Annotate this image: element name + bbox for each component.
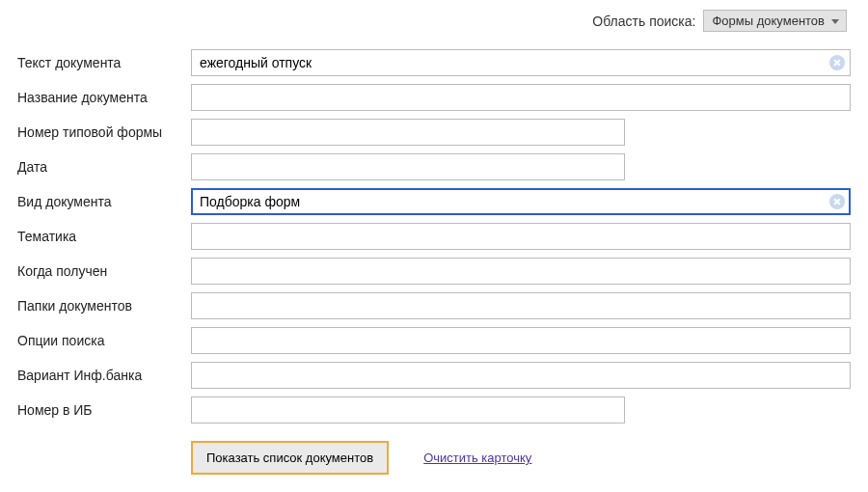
label-topic: Тематика (17, 229, 191, 244)
input-bank-variant[interactable] (191, 362, 851, 389)
clear-card-link[interactable]: Очистить карточку (423, 451, 531, 465)
label-form-number: Номер типовой формы (17, 124, 191, 140)
label-document-name: Название документа (17, 90, 191, 105)
field-wrap-document-name (191, 84, 851, 111)
top-bar: Область поиска: Формы документов (17, 10, 851, 32)
field-wrap-document-text (191, 49, 851, 76)
search-scope-select[interactable]: Формы документов (703, 10, 847, 32)
label-ib-number: Номер в ИБ (17, 402, 191, 418)
input-form-number[interactable] (191, 119, 625, 146)
input-document-text[interactable] (191, 49, 851, 76)
input-document-name[interactable] (191, 84, 851, 111)
label-search-options: Опции поиска (17, 333, 191, 348)
actions-bar: Показать список документов Очистить карт… (191, 441, 851, 475)
label-received: Когда получен (17, 263, 191, 279)
field-wrap-bank-variant (191, 362, 851, 389)
input-document-type[interactable] (191, 188, 851, 215)
clear-icon[interactable] (829, 194, 845, 209)
label-bank-variant: Вариант Инф.банка (17, 368, 191, 383)
label-date: Дата (17, 159, 191, 175)
clear-icon[interactable] (829, 55, 845, 70)
row-document-name: Название документа (17, 84, 851, 111)
label-folders: Папки документов (17, 298, 191, 314)
input-topic[interactable] (191, 223, 851, 250)
row-document-text: Текст документа (17, 49, 851, 76)
label-document-type: Вид документа (17, 194, 191, 209)
field-wrap-document-type (191, 188, 851, 215)
row-bank-variant: Вариант Инф.банка (17, 362, 851, 389)
field-wrap-date (191, 153, 625, 180)
search-scope-label: Область поиска: (592, 14, 695, 29)
row-search-options: Опции поиска (17, 327, 851, 354)
field-wrap-folders (191, 292, 851, 319)
field-wrap-received (191, 258, 851, 285)
input-folders[interactable] (191, 292, 851, 319)
field-wrap-form-number (191, 119, 625, 146)
field-wrap-topic (191, 223, 851, 250)
input-search-options[interactable] (191, 327, 851, 354)
row-received: Когда получен (17, 258, 851, 285)
search-scope-value: Формы документов (712, 14, 825, 28)
row-topic: Тематика (17, 223, 851, 250)
input-received[interactable] (191, 258, 851, 285)
row-folders: Папки документов (17, 292, 851, 319)
field-wrap-ib-number (191, 396, 625, 424)
row-document-type: Вид документа (17, 188, 851, 215)
input-date[interactable] (191, 153, 625, 180)
input-ib-number[interactable] (191, 396, 625, 424)
label-document-text: Текст документа (17, 55, 191, 70)
field-wrap-search-options (191, 327, 851, 354)
show-documents-button[interactable]: Показать список документов (191, 441, 389, 475)
row-ib-number: Номер в ИБ (17, 396, 851, 424)
row-date: Дата (17, 153, 851, 180)
row-form-number: Номер типовой формы (17, 119, 851, 146)
